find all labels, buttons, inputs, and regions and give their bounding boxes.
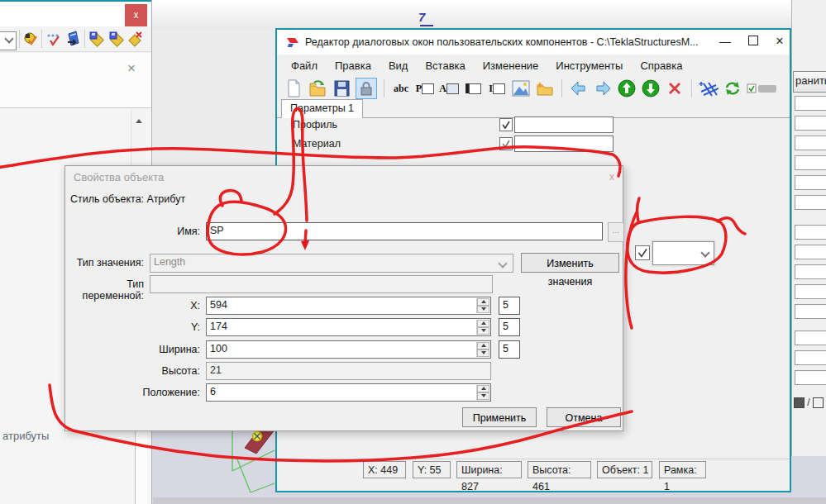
width-field[interactable]: 100 [206, 340, 491, 359]
form-row[interactable] [795, 96, 826, 111]
material-field[interactable] [514, 136, 614, 152]
profile-checkbox[interactable] [499, 118, 513, 131]
object-properties-dialog: Свойства объекта x Стиль объекта: Атрибу… [64, 165, 623, 431]
width-label: Ширина: [65, 344, 200, 355]
height-field[interactable]: 21 [206, 362, 491, 380]
menu-tools[interactable]: Инструменты [556, 59, 623, 72]
save-load-gem-icon[interactable] [108, 29, 125, 49]
save-gem-icon[interactable] [88, 29, 105, 49]
checkbox-slash-row[interactable]: / [794, 397, 826, 411]
menu-edit[interactable]: Правка [335, 59, 371, 72]
y-label: Y: [65, 321, 200, 333]
refresh-icon[interactable] [723, 78, 742, 98]
status-height: Высота: 461 [528, 461, 591, 478]
menu-modify[interactable]: Изменение [483, 59, 539, 72]
field-solid-icon[interactable] [463, 78, 483, 98]
y-spinner[interactable] [476, 320, 489, 335]
form-row[interactable] [795, 175, 826, 190]
scrollbar-up-arrow[interactable] [131, 112, 146, 125]
arrow-right-icon[interactable] [593, 78, 613, 98]
form-row[interactable] [795, 304, 826, 319]
maximize-button[interactable] [742, 30, 765, 53]
open-folder-icon[interactable] [308, 78, 327, 98]
object-style-line: Стиль объекта: Атрибут [70, 193, 185, 205]
form-row[interactable] [795, 284, 826, 299]
standalone-checkbox[interactable] [635, 245, 650, 260]
minimize-button[interactable]: — [714, 30, 737, 53]
y-step-field[interactable]: 5 [499, 318, 520, 336]
left-window-toolbar [0, 26, 151, 52]
x-step-field[interactable]: 5 [499, 297, 520, 315]
var-type-field[interactable] [150, 275, 493, 293]
statusbar-divider [277, 459, 790, 459]
save-icon[interactable] [332, 78, 351, 98]
move-down-icon[interactable] [641, 78, 661, 98]
field-i-icon[interactable]: I [487, 78, 507, 98]
list-check-icon[interactable] [45, 29, 62, 49]
position-spinner[interactable] [476, 385, 489, 400]
y-field[interactable]: 174 [206, 318, 491, 336]
change-values-button[interactable]: Изменить значения [521, 253, 619, 273]
move-up-icon[interactable] [617, 78, 637, 98]
menu-view[interactable]: Вид [389, 59, 408, 72]
toolbar-combobox-stub[interactable] [0, 31, 17, 50]
delete-gem-icon[interactable] [127, 29, 144, 49]
grid-axes-icon[interactable] [699, 78, 719, 98]
form-row[interactable] [795, 264, 826, 279]
lock-icon[interactable] [356, 78, 377, 99]
form-row[interactable] [795, 136, 826, 150]
material-checkbox[interactable] [499, 137, 513, 150]
form-row[interactable] [795, 350, 826, 365]
status-x: X: 449 [363, 461, 406, 478]
width-spinner[interactable] [476, 342, 489, 357]
cancel-button[interactable]: Отмена [547, 407, 621, 427]
left-window-close-button[interactable]: x [125, 4, 147, 26]
name-field[interactable]: SP [206, 222, 603, 240]
form-row[interactable] [795, 225, 826, 240]
standalone-combobox[interactable] [652, 241, 714, 265]
new-document-icon[interactable] [284, 78, 303, 98]
form-row[interactable] [795, 195, 826, 210]
form-row[interactable] [795, 330, 826, 345]
material-label: Материал [293, 138, 341, 150]
apply-button[interactable]: Применить [462, 407, 537, 427]
label-abc-icon[interactable]: abc [391, 78, 411, 98]
status-width: Ширина: 827 [456, 461, 522, 478]
width-step-field[interactable]: 5 [499, 340, 520, 359]
stamp-check-icon[interactable] [22, 29, 39, 49]
handwritten-seven-underline [420, 25, 433, 26]
form-row[interactable] [795, 155, 826, 170]
close-button[interactable]: × [768, 30, 791, 53]
textbox-p-icon[interactable]: P [415, 78, 435, 98]
status-frame: Рамка: 1 [659, 461, 706, 478]
mini-checkbox-bar-icon[interactable] [747, 78, 778, 98]
handle-marker[interactable] [253, 432, 262, 441]
new-folder-icon[interactable] [535, 78, 555, 98]
image-icon[interactable] [511, 78, 531, 98]
x-spinner[interactable] [476, 298, 489, 313]
menu-file[interactable]: Файл [291, 59, 318, 72]
panel-close-icon[interactable]: × [123, 61, 140, 78]
status-object: Объект: 1 [597, 461, 652, 478]
dialog-close-icon[interactable]: x [609, 171, 614, 183]
menu-help[interactable]: Справка [640, 59, 682, 72]
form-row[interactable] [795, 245, 826, 259]
form-row[interactable] [795, 116, 826, 131]
titlebar[interactable]: Редактор диалоговых окон пользовательски… [277, 30, 790, 55]
menu-insert[interactable]: Вставка [425, 59, 465, 72]
arrow-left-icon[interactable] [569, 78, 589, 98]
status-y: Y: 55 [413, 461, 451, 478]
value-type-combobox[interactable]: Length [150, 254, 513, 273]
tab-strip: Параметры 1 [277, 99, 790, 118]
handwritten-seven: 7 [418, 10, 425, 24]
delete-x-icon[interactable] [665, 78, 685, 98]
tab-parameters-1[interactable]: Параметры 1 [281, 99, 363, 118]
name-label: Имя: [65, 226, 200, 237]
form-row[interactable] [795, 370, 826, 385]
x-field[interactable]: 594 [206, 297, 491, 315]
combobox-a-icon[interactable]: A [439, 78, 459, 98]
profile-field[interactable] [514, 116, 614, 133]
export-book-icon[interactable] [65, 29, 82, 49]
position-field[interactable]: 6 [206, 383, 491, 402]
browse-button[interactable]: ... [608, 222, 624, 242]
